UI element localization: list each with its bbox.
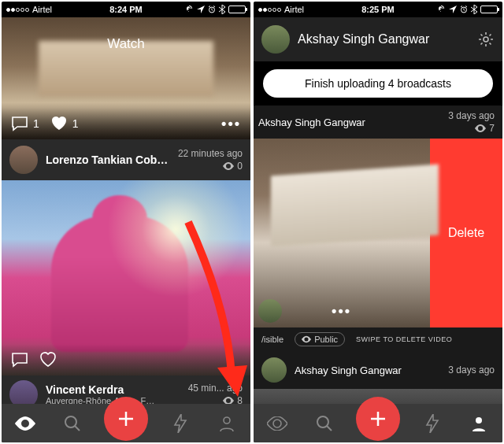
broadcast-button[interactable]: [356, 397, 400, 441]
svg-point-5: [484, 37, 488, 42]
bluetooth-icon: [219, 5, 225, 14]
svg-point-3: [224, 417, 230, 424]
tab-watch[interactable]: [261, 408, 293, 439]
broadcaster-name: Lorenzo Tankian Cob…: [46, 154, 170, 166]
alarm-icon: [460, 6, 468, 13]
broadcast-video[interactable]: [2, 180, 250, 376]
tab-search[interactable]: [57, 408, 88, 439]
profile-header: Akshay Singh Gangwar: [254, 17, 502, 61]
battery-icon: [228, 6, 246, 13]
carrier-label: Airtel: [32, 5, 52, 14]
svg-point-7: [476, 417, 482, 424]
view-count: 7: [489, 123, 495, 134]
visibility-label: Public: [314, 335, 338, 344]
broadcaster-name: Vincent Kerdra: [46, 383, 172, 396]
signal-dots-icon: [6, 8, 29, 12]
broadcaster-name: Akshay Singh Gangwar: [258, 117, 440, 128]
time-ago: 3 days ago: [448, 110, 495, 121]
like-button[interactable]: 1: [50, 116, 79, 131]
carrier-label: Airtel: [284, 5, 304, 14]
location-icon: [449, 6, 457, 13]
avatar[interactable]: [261, 25, 290, 54]
phone-right: Airtel 8:25 PM Akshay Singh Gangwar Fini…: [254, 2, 502, 442]
view-count: 0: [237, 161, 243, 172]
settings-button[interactable]: [477, 31, 495, 48]
broadcast-row[interactable]: Lorenzo Tankian Cob… 22 minutes ago 0: [2, 139, 250, 180]
visibility-bar: /isible Public SWIPE TO DELETE VIDEO: [254, 327, 502, 351]
more-icon[interactable]: •••: [332, 303, 351, 320]
avatar: [258, 299, 282, 323]
featured-video[interactable]: Watch 1 1 •••: [2, 17, 250, 139]
broadcast-video[interactable]: •••: [254, 139, 430, 327]
svg-point-6: [317, 416, 328, 427]
tab-search[interactable]: [309, 408, 340, 439]
alarm-icon: [208, 6, 216, 13]
status-bar: Airtel 8:24 PM: [2, 2, 250, 17]
bluetooth-icon: [471, 5, 477, 14]
comment-count: 1: [33, 117, 39, 130]
like-count: 1: [72, 117, 79, 130]
broadcaster-name: Akshay Singh Gangwar: [295, 364, 440, 376]
visibility-truncated: /isible: [261, 335, 284, 344]
like-button[interactable]: [39, 352, 57, 368]
tab-profile[interactable]: [463, 408, 495, 439]
svg-point-2: [65, 416, 76, 427]
time-ago: 3 days ago: [448, 364, 495, 376]
more-icon[interactable]: •••: [221, 116, 241, 132]
swipe-hint: SWIPE TO DELETE VIDEO: [356, 335, 452, 343]
delete-label: Delete: [448, 226, 484, 240]
eye-icon: [223, 162, 234, 170]
profile-name: Akshay Singh Gangwar: [298, 32, 469, 46]
svg-point-1: [24, 421, 28, 425]
broadcast-video-row: ••• Delete: [254, 139, 502, 327]
broadcast-row[interactable]: Akshay Singh Gangwar 3 days ago 7: [254, 105, 502, 139]
comments-button[interactable]: 1: [11, 116, 39, 131]
tab-profile[interactable]: [211, 408, 243, 439]
comments-button[interactable]: [11, 352, 28, 368]
tab-bar: [254, 404, 502, 442]
status-time: 8:24 PM: [109, 5, 143, 14]
phone-left: Airtel 8:24 PM Watch 1: [2, 2, 250, 442]
tab-activity[interactable]: [164, 408, 195, 439]
battery-icon: [480, 6, 498, 13]
tab-bar: [2, 404, 250, 442]
status-time: 8:25 PM: [361, 5, 395, 14]
upload-banner[interactable]: Finish uploading 4 broadcasts: [263, 69, 493, 98]
page-title: Watch: [2, 36, 250, 52]
signal-dots-icon: [258, 8, 281, 12]
time-ago: 45 min... ago: [188, 383, 243, 394]
eye-icon: [475, 124, 486, 132]
tab-activity[interactable]: [416, 408, 447, 439]
visibility-badge[interactable]: Public: [295, 332, 345, 346]
orientation-lock-icon: [436, 5, 446, 14]
broadcast-button[interactable]: [104, 397, 148, 441]
time-ago: 22 minutes ago: [178, 148, 243, 159]
location-icon: [197, 6, 205, 13]
delete-button[interactable]: Delete: [430, 139, 502, 327]
orientation-lock-icon: [184, 5, 194, 14]
tab-watch[interactable]: [9, 408, 41, 439]
status-bar: Airtel 8:25 PM: [254, 2, 502, 17]
avatar: [9, 146, 38, 174]
eye-icon: [302, 335, 311, 343]
avatar: [261, 357, 287, 383]
broadcast-row[interactable]: Akshay Singh Gangwar 3 days ago: [254, 351, 502, 389]
